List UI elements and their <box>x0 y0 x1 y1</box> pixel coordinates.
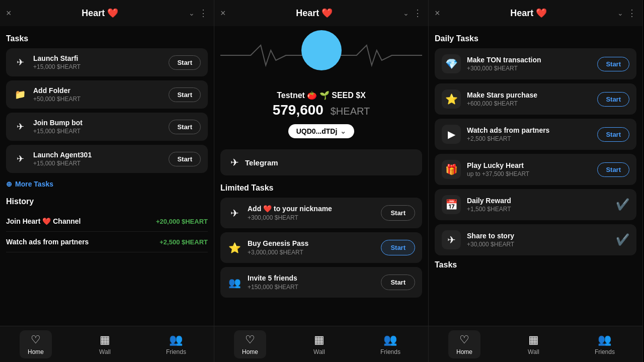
task-name: Add Folder <box>33 86 163 95</box>
history-amount: +2,500 $HEART <box>159 238 208 246</box>
close-button[interactable]: × <box>6 8 12 19</box>
nav-friends[interactable]: 👥 Friends <box>587 330 623 358</box>
daily-task-start-button[interactable]: Start <box>597 57 629 71</box>
nav-friends[interactable]: 👥 Friends <box>372 330 409 358</box>
chevron-down-icon[interactable]: ⌄ <box>189 9 195 17</box>
task-start-button[interactable]: Start <box>169 87 201 102</box>
daily-info: Daily Reward +1,500 $HEART <box>467 197 610 213</box>
more-options-icon[interactable]: ⋮ <box>627 8 636 19</box>
close-button[interactable]: × <box>435 8 440 19</box>
more-options-icon[interactable]: ⋮ <box>413 8 422 19</box>
daily-task-start-button[interactable]: Start <box>597 127 629 142</box>
chevron-down-icon[interactable]: ⌄ <box>403 9 409 17</box>
daily-task-reward: +1,500 $HEART <box>467 206 610 213</box>
home-icon: ♡ <box>31 333 41 346</box>
left-content: Tasks ✈ Launch Starfi +15,000 $HEART Sta… <box>0 26 214 326</box>
right-bottom-nav: ♡ Home ▦ Wall 👥 Friends <box>429 326 642 362</box>
task-start-button[interactable]: Start <box>169 120 201 134</box>
nav-wall-label: Wall <box>99 348 111 355</box>
nav-friends-label: Friends <box>380 348 400 355</box>
task-info: Launch Starfi +15,000 $HEART <box>33 54 163 70</box>
nav-home[interactable]: ♡ Home <box>20 330 52 358</box>
daily-task-start-button[interactable]: Start <box>597 162 629 177</box>
nav-home-label: Home <box>456 348 472 355</box>
username: Testnet 🍅 🌱 SEED $X <box>277 90 366 100</box>
nav-friends[interactable]: 👥 Friends <box>158 330 194 358</box>
wallet-button[interactable]: UQD0...dTDj ⌄ <box>288 124 355 138</box>
nav-wall[interactable]: ▦ Wall <box>305 330 333 358</box>
history-name: Watch ads from partners <box>6 238 89 246</box>
left-panel: × Heart ❤️ ⌄ ⋮ Tasks ✈ Launch Starfi +15… <box>0 0 214 362</box>
task-name: Join Bump bot <box>33 119 163 127</box>
task-reward: +300,000 $HEART <box>248 214 375 221</box>
daily-task-reward: +600,000 $HEART <box>467 100 591 107</box>
task-start-button[interactable]: Start <box>381 275 415 290</box>
gift-icon: 🎁 <box>442 160 461 179</box>
center-content: Testnet 🍅 🌱 SEED $X 579,600 $HEART UQD0.… <box>214 26 428 326</box>
daily-task-item: 📅 Daily Reward +1,500 $HEART ✔️ <box>435 189 636 220</box>
telegram-button[interactable]: ✈ Telegram <box>220 149 422 175</box>
daily-task-start-button[interactable]: Start <box>597 92 629 107</box>
avatar <box>301 30 342 70</box>
daily-task-item: 💎 Make TON transaction +300,000 $HEART S… <box>435 48 636 79</box>
daily-task-name: Daily Reward <box>467 197 610 205</box>
task-name: Add ❤️ to your nickname <box>248 205 375 213</box>
task-item: ✈ Join Bump bot +15,000 $HEART Start <box>6 113 208 141</box>
nav-wall[interactable]: ▦ Wall <box>91 330 119 358</box>
task-reward: +15,000 $HEART <box>33 63 163 70</box>
done-checkmark: ✔️ <box>616 198 629 211</box>
limited-task-item: 👥 Invite 5 friends +150,000 $HEART Start <box>220 267 422 298</box>
chevron-down-icon[interactable]: ⌄ <box>617 9 623 17</box>
task-info: Launch Agent301 +15,000 $HEART <box>33 151 163 167</box>
wall-icon: ▦ <box>314 333 325 346</box>
more-tasks-label: More Tasks <box>15 180 53 188</box>
task-item: ✈ Launch Agent301 +15,000 $HEART Start <box>6 145 208 173</box>
telegram-icon: ✈ <box>442 230 461 249</box>
task-start-button[interactable]: Start <box>381 205 415 221</box>
task-info: Join Bump bot +15,000 $HEART <box>33 119 163 135</box>
task-start-button[interactable]: Start <box>381 240 415 255</box>
nav-home[interactable]: ♡ Home <box>448 330 480 358</box>
balance: 579,600 $HEART <box>273 102 370 118</box>
task-reward: +150,000 $HEART <box>248 284 375 291</box>
wall-icon: ▦ <box>100 333 110 346</box>
close-button[interactable]: × <box>220 8 226 19</box>
star-icon: ⭐ <box>442 89 461 109</box>
app-title: Heart ❤️ <box>230 8 399 19</box>
tasks-section-title: Tasks <box>6 34 208 43</box>
history-item: Join Heart ❤️ Channel +20,000 $HEART <box>6 211 208 232</box>
nav-wall-label: Wall <box>528 348 539 355</box>
daily-task-reward: +300,000 $HEART <box>467 65 591 72</box>
task-name: Buy Genesis Pass <box>248 239 375 247</box>
daily-task-name: Play Lucky Heart <box>467 161 591 169</box>
history-section-title: History <box>6 197 208 206</box>
more-options-icon[interactable]: ⋮ <box>199 8 208 19</box>
star-icon: ⭐ <box>227 242 242 254</box>
task-reward: +15,000 $HEART <box>33 160 163 167</box>
task-name: Launch Agent301 <box>33 151 163 159</box>
daily-info: Make TON transaction +300,000 $HEART <box>467 56 591 72</box>
task-reward: +15,000 $HEART <box>33 128 163 135</box>
limited-tasks-title: Limited Tasks <box>220 184 422 193</box>
nav-home-label: Home <box>242 348 258 355</box>
telegram-icon: ✈ <box>13 121 27 132</box>
ads-icon: ▶ <box>442 125 461 144</box>
nav-wall[interactable]: ▦ Wall <box>520 330 547 358</box>
wallet-address: UQD0...dTDj <box>296 127 338 135</box>
tasks-section-title: Tasks <box>435 260 636 269</box>
history-item: Watch ads from partners +2,500 $HEART <box>6 232 208 252</box>
daily-info: Share to story +30,000 $HEART <box>467 232 610 248</box>
more-tasks-button[interactable]: ⊕ More Tasks <box>6 177 208 195</box>
telegram-icon: ✈ <box>230 156 239 168</box>
task-start-button[interactable]: Start <box>169 152 201 166</box>
task-reward: +50,000 $HEART <box>33 96 163 103</box>
telegram-icon: ✈ <box>227 207 242 219</box>
friends-icon: 👥 <box>227 277 242 289</box>
task-start-button[interactable]: Start <box>169 55 201 70</box>
history-name: Join Heart ❤️ Channel <box>6 217 80 225</box>
nav-home[interactable]: ♡ Home <box>234 330 266 358</box>
calendar-icon: 📅 <box>442 195 461 214</box>
done-checkmark: ✔️ <box>616 233 629 246</box>
telegram-label: Telegram <box>245 158 278 167</box>
wall-icon: ▦ <box>528 333 539 346</box>
